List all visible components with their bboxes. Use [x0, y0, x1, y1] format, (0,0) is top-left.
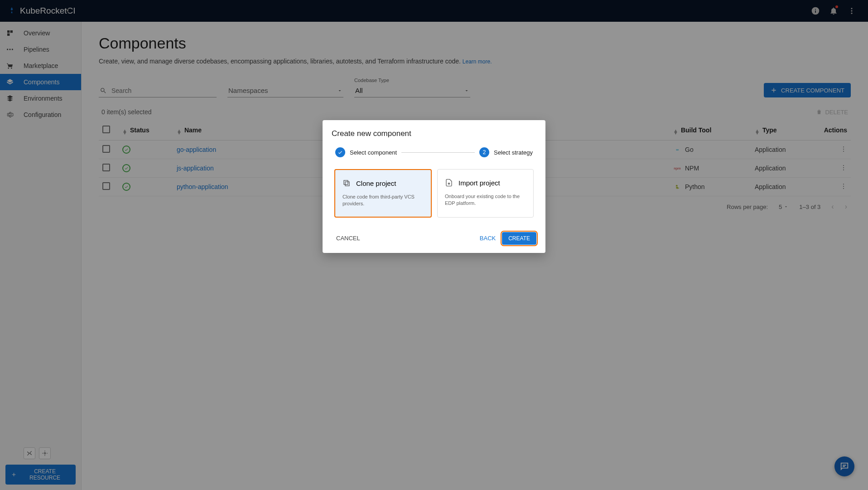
step-number-badge: 2 [479, 147, 489, 157]
step-2: 2 Select strategy [479, 147, 533, 157]
import-icon [445, 179, 453, 187]
strategy-clone[interactable]: Clone project Clone code from third-part… [334, 169, 432, 218]
step-done-icon [335, 147, 345, 157]
dialog-actions: CANCEL BACK CREATE [332, 230, 536, 247]
step-1: Select component [335, 147, 397, 157]
svg-rect-19 [344, 180, 348, 184]
strategy-import[interactable]: Import project Onboard your existing cod… [437, 169, 534, 218]
clone-title: Clone project [356, 180, 396, 187]
cancel-button[interactable]: CANCEL [332, 232, 365, 244]
step-2-label: Select strategy [494, 149, 533, 156]
step-1-label: Select component [350, 149, 397, 156]
step-connector [401, 152, 475, 153]
stepper: Select component 2 Select strategy [335, 147, 533, 157]
clone-icon [342, 179, 351, 187]
clone-desc: Clone code from third-party VCS provider… [342, 194, 424, 208]
back-button[interactable]: BACK [473, 232, 502, 244]
dialog-title: Create new component [332, 129, 536, 138]
create-button[interactable]: CREATE [502, 232, 536, 245]
modal-overlay: Create new component Select component 2 … [0, 0, 868, 490]
import-title: Import project [458, 179, 500, 187]
svg-rect-20 [345, 182, 349, 186]
import-desc: Onboard your existing code to the EDP pl… [445, 193, 526, 207]
create-component-dialog: Create new component Select component 2 … [323, 120, 545, 253]
strategy-options: Clone project Clone code from third-part… [332, 169, 536, 218]
